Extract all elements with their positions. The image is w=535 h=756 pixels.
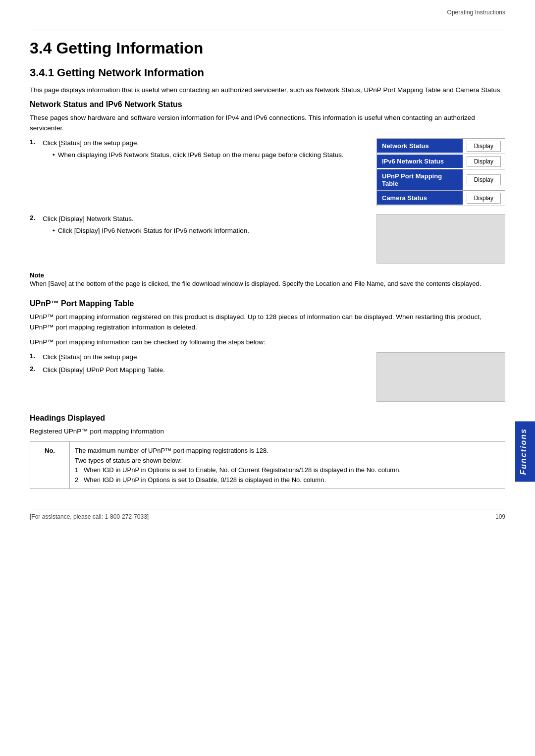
footer-page-number: 109 (495, 513, 505, 520)
status-row-4: Camera Status Display (377, 191, 505, 206)
bullet-sym-2: • (53, 226, 55, 236)
placeholder-box-1 (376, 214, 505, 264)
step-1-text: Click [Status] on the setup page. (43, 139, 139, 147)
table-desc-line-3: 1 When IGD in UPnP in Options is set to … (75, 466, 401, 474)
network-status-section-title: Network Status and IPv6 Network Status (30, 100, 505, 109)
table-row: No. The maximum number of UPnP™ port map… (30, 442, 505, 489)
status-label-upnp: UPnP Port Mapping Table (377, 169, 463, 190)
bullet-2-text: Click [Display] IPv6 Network Status for … (58, 226, 249, 236)
table-col-no: No. (30, 442, 70, 489)
footer-assistance: [For assistance, please call: 1-800-272-… (30, 513, 149, 520)
upnp-desc-2: UPnP™ port mapping information can be ch… (30, 337, 505, 347)
headings-table: No. The maximum number of UPnP™ port map… (30, 441, 505, 489)
network-status-table: Network Status Display IPv6 Network Stat… (376, 138, 505, 206)
status-label-camera: Camera Status (377, 191, 463, 205)
status-row-3: UPnP Port Mapping Table Display (377, 169, 505, 191)
operating-instructions-label: Operating Instructions (447, 9, 505, 16)
network-status-description: These pages show hardware and software v… (30, 113, 505, 133)
status-row-2: IPv6 Network Status Display (377, 154, 505, 169)
footer-bar: [For assistance, please call: 1-800-272-… (30, 509, 505, 520)
bullet-1-text: When displaying IPv6 Network Status, cli… (58, 150, 344, 160)
upnp-step-2-num: 2. (30, 365, 39, 375)
headings-section-title: Headings Displayed (30, 414, 505, 423)
top-divider (30, 30, 505, 30)
note-label: Note (30, 271, 505, 279)
table-desc-line-2: Two types of status are shown below: (75, 457, 182, 464)
upnp-step-1-item: 1. Click [Status] on the setup page. (30, 352, 367, 362)
status-label-network: Network Status (377, 139, 463, 153)
headings-subtitle: Registered UPnP™ port mapping informatio… (30, 427, 505, 436)
display-button-1[interactable]: Display (467, 141, 501, 152)
bullet-1: • When displaying IPv6 Network Status, c… (53, 150, 344, 160)
display-button-4[interactable]: Display (467, 193, 501, 204)
table-col-desc: The maximum number of UPnP™ port mapping… (70, 442, 505, 489)
upnp-desc-1: UPnP™ port mapping information registere… (30, 312, 505, 332)
display-button-2[interactable]: Display (467, 156, 501, 167)
step-2-text: Click [Display] Network Status. (43, 215, 134, 222)
subsection-title: 3.4.1 Getting Network Information (30, 66, 505, 79)
step-2-item: 2. Click [Display] Network Status. • Cli… (30, 214, 367, 238)
upnp-section-title: UPnP™ Port Mapping Table (30, 299, 505, 308)
note-block: Note When [Save] at the bottom of the pa… (30, 271, 505, 289)
main-section-title: 3.4 Getting Information (30, 39, 505, 57)
status-label-ipv6: IPv6 Network Status (377, 155, 463, 168)
table-desc-line-4: 2 When IGD in UPnP in Options is set to … (75, 476, 326, 484)
upnp-step-2-text: Click [Display] UPnP Port Mapping Table. (43, 365, 165, 375)
upnp-step-1-text: Click [Status] on the setup page. (43, 352, 139, 362)
status-row-1: Network Status Display (377, 139, 505, 154)
functions-side-tab: Functions (515, 421, 535, 482)
network-status-table-container: Network Status Display IPv6 Network Stat… (376, 138, 505, 206)
note-text: When [Save] at the bottom of the page is… (30, 279, 505, 289)
placeholder-box-2 (376, 352, 505, 402)
bullet-2: • Click [Display] IPv6 Network Status fo… (53, 226, 249, 236)
table-desc-line-1: The maximum number of UPnP™ port mapping… (75, 447, 268, 454)
upnp-step-1-num: 1. (30, 352, 39, 362)
intro-text: This page displays information that is u… (30, 85, 505, 95)
step-1-num: 1. (30, 138, 39, 162)
bullet-sym-1: • (53, 150, 55, 160)
step-2-num: 2. (30, 214, 39, 238)
step-1-item: 1. Click [Status] on the setup page. • W… (30, 138, 367, 162)
display-button-3[interactable]: Display (467, 174, 501, 185)
upnp-step-2-item: 2. Click [Display] UPnP Port Mapping Tab… (30, 365, 367, 375)
